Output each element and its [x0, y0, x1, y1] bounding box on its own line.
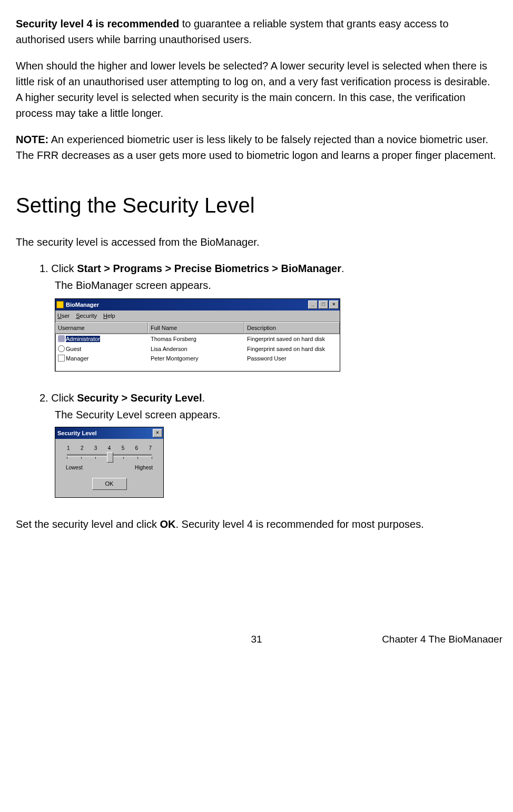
intro-note: NOTE: An experienced biometric user is l…	[16, 132, 497, 163]
step2-post: .	[202, 392, 205, 404]
col-username[interactable]: Username	[55, 322, 148, 334]
security-level-window: Security Level × 1 2 3 4 5 6 7	[55, 427, 164, 498]
step-2: 2. Click Security > Security Level. The …	[40, 390, 497, 498]
biomanager-title: BioManager	[66, 300, 308, 309]
closing-para: Set the security level and click OK. Sec…	[16, 516, 497, 532]
slider-thumb[interactable]	[107, 452, 113, 463]
slider-num: 7	[149, 444, 152, 452]
intro-strong: Security level 4 is recommended	[16, 18, 179, 29]
slider-track[interactable]	[67, 453, 152, 462]
slider-highest: Highest	[135, 464, 153, 472]
chapter-label: Chapter 4 The BioManager	[382, 632, 502, 643]
cell-desc: Fingerprint saved on hard disk	[245, 334, 340, 344]
slider-numbers: 1 2 3 4 5 6 7	[63, 444, 156, 452]
menubar: User Security Help	[55, 310, 340, 322]
step1-post: .	[341, 263, 344, 274]
list-header: Username Full Name Description	[55, 322, 340, 334]
step2-sub: The Security Level screen appears.	[55, 407, 497, 423]
intro-para2: When should the higher and lower levels …	[16, 58, 497, 121]
list-body: Administrator Thomas Forsberg Fingerprin…	[55, 334, 340, 371]
slider-num: 3	[94, 444, 97, 452]
maximize-button[interactable]: □	[319, 300, 328, 309]
slider-num: 1	[67, 444, 70, 452]
cell-full: Thomas Forsberg	[149, 334, 245, 344]
col-description[interactable]: Description	[244, 322, 340, 334]
close-button[interactable]: ×	[329, 300, 339, 309]
cell-full: Peter Montgomery	[149, 354, 245, 364]
slider-num: 6	[135, 444, 139, 452]
note-label: NOTE:	[16, 134, 48, 145]
cell-desc: Password User	[245, 354, 340, 364]
seclevel-titlebar[interactable]: Security Level ×	[55, 427, 163, 439]
intro-para1: Security level 4 is recommended to guara…	[16, 16, 497, 47]
biomanager-window: BioManager _ □ × User Security Help User…	[55, 298, 340, 372]
step2-pre: Click	[51, 392, 77, 404]
seclevel-title: Security Level	[56, 429, 153, 438]
closing-pre: Set the security level and click	[16, 518, 160, 530]
slider-num: 2	[81, 444, 84, 452]
biomanager-titlebar[interactable]: BioManager _ □ ×	[55, 299, 340, 310]
app-icon	[56, 301, 64, 308]
closing-post: . Security level 4 is recommended for mo…	[175, 518, 423, 530]
ok-button[interactable]: OK	[92, 478, 127, 490]
cell-desc: Fingerprint saved on hard disk	[245, 344, 340, 354]
step1-sub: The BioManager screen appears.	[55, 277, 497, 293]
cell-user: Manager	[66, 355, 88, 362]
section-heading: Setting the Security Level	[16, 189, 497, 221]
step-1: 1. Click Start > Programs > Precise Biom…	[40, 260, 497, 372]
note-rest: An experienced biometric user is less li…	[16, 134, 496, 161]
page-number: 31	[251, 632, 262, 643]
step1-num: 1.	[40, 263, 51, 274]
user-icon	[58, 335, 65, 342]
menu-help[interactable]: Help	[103, 312, 115, 320]
step1-path: Start > Programs > Precise Biometrics > …	[77, 263, 341, 274]
table-row[interactable]: Guest Lisa Anderson Fingerprint saved on…	[56, 344, 340, 354]
closing-bold: OK	[160, 518, 175, 530]
cell-user: Guest	[66, 346, 81, 352]
user-icon	[58, 345, 65, 352]
cell-full: Lisa Anderson	[149, 344, 245, 354]
step2-num: 2.	[40, 392, 51, 404]
slider-num: 4	[108, 444, 111, 452]
slider-lowest: Lowest	[66, 464, 83, 472]
menu-user[interactable]: User	[57, 312, 70, 320]
menu-security[interactable]: Security	[76, 312, 97, 320]
col-fullname[interactable]: Full Name	[148, 322, 244, 334]
step1-pre: Click	[51, 263, 77, 274]
step2-path: Security > Security Level	[77, 392, 202, 404]
table-row[interactable]: Administrator Thomas Forsberg Fingerprin…	[56, 334, 340, 344]
minimize-button[interactable]: _	[308, 300, 318, 309]
table-row[interactable]: Manager Peter Montgomery Password User	[56, 354, 340, 364]
close-button[interactable]: ×	[153, 429, 162, 437]
slider-num: 5	[122, 444, 125, 452]
cell-user: Administrator	[66, 336, 100, 342]
section-sub: The security level is accessed from the …	[16, 234, 497, 250]
user-icon	[58, 355, 65, 362]
